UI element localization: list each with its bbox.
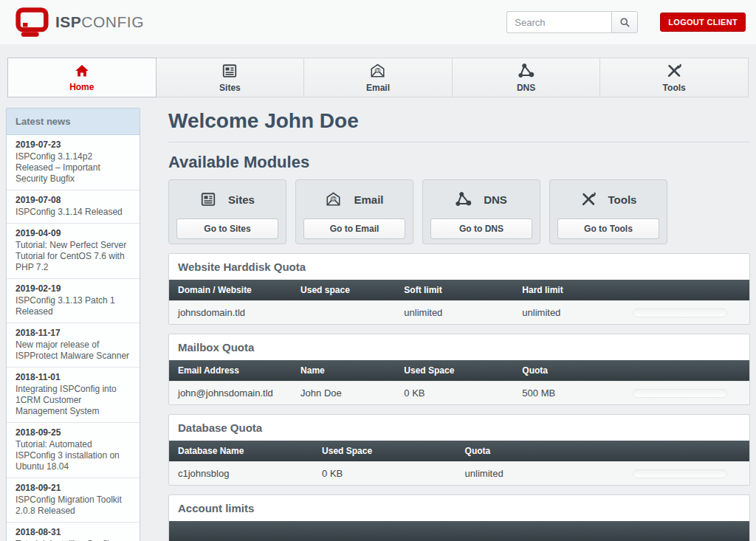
tools-icon [580, 191, 597, 207]
news-item[interactable]: 2019-04-09Tutorial: New Perfect Server T… [7, 223, 140, 278]
tab-dns[interactable]: DNS [453, 58, 601, 97]
content: Latest news 2019-07-23ISPConfig 3.1.14p2… [0, 97, 756, 541]
website-harddisk-quota-panel: Website Harddisk QuotaDomain / WebsiteUs… [168, 253, 750, 325]
table-cell: John Doe [300, 387, 404, 399]
search-icon [619, 17, 630, 28]
main-column: Welcome John Doe Available Modules Sites… [168, 108, 750, 541]
news-title: ISPConfig Migration Toolkit 2.0.8 Releas… [16, 495, 131, 517]
news-date: 2018-08-31 [16, 527, 131, 537]
go-to-email-button[interactable]: Go to Email [303, 218, 405, 239]
main-nav: HomeSites@EmailDNSTools [7, 58, 749, 97]
table-cell: 0 KB [404, 387, 522, 399]
news-item[interactable]: 2018-09-21ISPConfig Migration Toolkit 2.… [7, 478, 140, 522]
module-card-title: Sites [228, 193, 255, 206]
tab-label: Email [366, 83, 390, 93]
dns-icon [518, 63, 535, 79]
tab-label: Home [69, 82, 94, 92]
latest-news-header: Latest news [7, 108, 140, 135]
module-card-title: DNS [484, 193, 507, 206]
search-group [506, 11, 638, 33]
email-icon: @ [325, 191, 342, 207]
tools-icon [666, 63, 682, 79]
news-title: ISPConfig 3.1.14 Released [16, 207, 131, 218]
tab-label: Sites [219, 83, 241, 93]
module-card-header: DNS [430, 187, 532, 211]
news-date: 2019-07-23 [16, 139, 131, 150]
news-title: Tutorial: Automated ISPConfig 3 installa… [16, 439, 131, 472]
sites-icon [221, 63, 238, 79]
search-button[interactable] [611, 11, 638, 33]
news-date: 2018-09-25 [16, 427, 131, 438]
news-item[interactable]: 2018-09-25Tutorial: Automated ISPConfig … [7, 422, 140, 478]
database-quota-panel: Database QuotaDatabase NameUsed SpaceQuo… [168, 414, 750, 486]
brand-text-rest: CONFIG [81, 13, 144, 30]
module-card-dns: DNSGo to DNS [422, 179, 540, 244]
tab-label: DNS [517, 83, 535, 93]
table-cell: unlimited [404, 307, 522, 318]
news-item[interactable]: 2018-11-01Integrating ISPConfig into 1CR… [7, 367, 140, 422]
column-header-name: Name [300, 365, 404, 376]
page-title: Welcome John Doe [168, 109, 750, 142]
tab-email[interactable]: @Email [304, 58, 453, 97]
dns-icon [456, 191, 472, 207]
column-header-domain-website: Domain / Website [178, 285, 300, 295]
table-cell: unlimited [465, 468, 628, 479]
panel-title: Mailbox Quota [169, 334, 749, 360]
email-icon: @ [369, 63, 386, 79]
quota-progress-bar [633, 469, 727, 478]
table-header-row: Database NameUsed SpaceQuota [169, 441, 749, 461]
table-row: johnsdomain.tldunlimitedunlimited [169, 300, 749, 324]
column-header-hard-limit: Hard limit [522, 285, 629, 295]
news-list: 2019-07-23ISPConfig 3.1.14p2 Released – … [7, 135, 140, 541]
table-header-row: Email AddressNameUsed SpaceQuota [169, 360, 749, 381]
news-title: Tutorial: New Perfect Server Tutorial fo… [16, 240, 131, 273]
table-cell: unlimited [522, 307, 629, 318]
svg-text:@: @ [331, 195, 337, 202]
column-header-quota: Quota [522, 365, 629, 376]
search-input[interactable] [506, 11, 611, 33]
news-item[interactable]: 2019-02-19ISPConfig 3.1.13 Patch 1 Relea… [7, 278, 140, 323]
column-header-used-space: Used space [300, 285, 404, 295]
panel-title: Account limits [169, 495, 749, 521]
news-date: 2019-02-19 [16, 283, 131, 294]
latest-news-sidebar: Latest news 2019-07-23ISPConfig 3.1.14p2… [6, 108, 140, 541]
quota-progress-bar [633, 389, 727, 398]
table-row: john@johnsdomain.tldJohn Doe0 KB500 MB [169, 381, 749, 404]
column-header-database-name: Database Name [178, 446, 322, 456]
available-modules-heading: Available Modules [168, 153, 750, 172]
column-header-soft-limit: Soft limit [404, 285, 522, 295]
go-to-dns-button[interactable]: Go to DNS [430, 218, 532, 239]
module-card-header: @Email [303, 187, 405, 211]
table-header-row: Domain / WebsiteUsed spaceSoft limitHard… [169, 280, 749, 300]
table-cell: c1johnsblog [178, 468, 322, 479]
news-title: ISPConfig 3.1.14p2 Released – Important … [16, 151, 131, 185]
tab-sites[interactable]: Sites [157, 58, 305, 97]
column-header-quota: Quota [465, 446, 628, 456]
tab-home[interactable]: Home [7, 58, 157, 97]
module-cards: SitesGo to Sites@EmailGo to EmailDNSGo t… [168, 179, 750, 244]
news-item[interactable]: 2018-08-31Tutorial: Installing Seafile 6… [7, 522, 140, 541]
news-item[interactable]: 2019-07-08ISPConfig 3.1.14 Released [7, 190, 140, 223]
news-title: New major release of ISPProtect Malware … [16, 340, 131, 362]
logout-client-button[interactable]: LOGOUT CLIENT [660, 13, 746, 32]
ispconfig-monitor-icon [15, 7, 49, 38]
tab-tools[interactable]: Tools [600, 58, 749, 97]
news-date: 2019-04-09 [16, 228, 131, 238]
news-date: 2018-11-17 [16, 328, 131, 338]
table-cell: 500 MB [522, 387, 629, 399]
brand-text-bold: ISP [55, 13, 81, 30]
news-title: Integrating ISPConfig into 1CRM Customer… [16, 384, 131, 417]
brand-text: ISPCONFIG [55, 13, 144, 31]
quota-panels: Website Harddisk QuotaDomain / WebsiteUs… [168, 253, 750, 541]
module-card-email: @EmailGo to Email [295, 179, 413, 244]
go-to-tools-button[interactable]: Go to Tools [557, 218, 659, 239]
news-item[interactable]: 2019-07-23ISPConfig 3.1.14p2 Released – … [7, 135, 140, 190]
module-card-tools: ToolsGo to Tools [549, 179, 667, 244]
column-header-used-space: Used Space [322, 446, 465, 456]
module-card-title: Tools [608, 193, 637, 206]
news-item[interactable]: 2018-11-17New major release of ISPProtec… [7, 323, 140, 367]
go-to-sites-button[interactable]: Go to Sites [176, 218, 278, 239]
svg-text:@: @ [375, 66, 381, 73]
news-title: ISPConfig 3.1.13 Patch 1 Released [16, 295, 131, 317]
module-card-header: Sites [176, 187, 278, 211]
